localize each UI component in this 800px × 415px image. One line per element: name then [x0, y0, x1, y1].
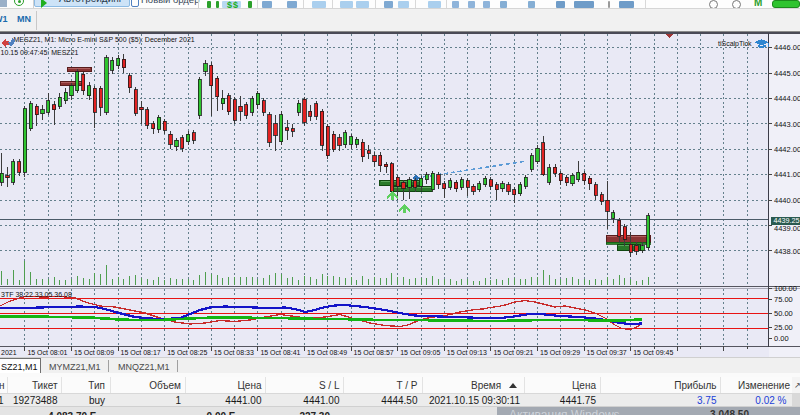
svg-text:50.00: 50.00 [774, 309, 793, 318]
svg-text:15 Oct 08:33: 15 Oct 08:33 [214, 349, 254, 356]
svg-text:15 Oct 09:29: 15 Oct 09:29 [540, 349, 580, 356]
svg-text:15 Oct 08:41: 15 Oct 08:41 [260, 349, 300, 356]
svg-text:MESZ21, M1: Micro E-mini S&P: MESZ21, M1: Micro E-mini S&P 500 ($5): D… [14, 36, 195, 44]
svg-text:15 Oct 08:25: 15 Oct 08:25 [167, 349, 207, 356]
svg-text:4441.00: 4441.00 [774, 170, 800, 179]
svg-text:15 Oct 08:49: 15 Oct 08:49 [307, 349, 347, 356]
svg-text:4444.00: 4444.00 [774, 94, 800, 103]
svg-text:75.00: 75.00 [774, 295, 793, 304]
svg-text:4439.25: 4439.25 [774, 216, 800, 225]
svg-text:15 Oct 09:21: 15 Oct 09:21 [493, 349, 533, 356]
svg-text:4445.00: 4445.00 [774, 69, 800, 78]
svg-text:15 Oct 08:17: 15 Oct 08:17 [121, 349, 161, 356]
svg-text:0.00: 0.00 [774, 334, 789, 343]
svg-text:15 Oct 09:05: 15 Oct 09:05 [400, 349, 440, 356]
svg-text:4442.00: 4442.00 [774, 145, 800, 154]
svg-text:10.15 09:47:45: MESZ21: 10.15 09:47:45: MESZ21 [1, 49, 79, 56]
svg-text:2021: 2021 [1, 349, 17, 356]
svg-text:4438.00: 4438.00 [774, 247, 800, 256]
svg-text:15 Oct 08:01: 15 Oct 08:01 [27, 349, 67, 356]
svg-text:15 Oct 09:45: 15 Oct 09:45 [633, 349, 673, 356]
svg-text:4443.00: 4443.00 [774, 120, 800, 129]
svg-text:15 Oct 09:37: 15 Oct 09:37 [587, 349, 627, 356]
svg-text:25.00: 25.00 [774, 323, 793, 332]
svg-text:4440.00: 4440.00 [774, 196, 800, 205]
svg-text:15 Oct 09:13: 15 Oct 09:13 [447, 349, 487, 356]
svg-text:tiScalpTick: tiScalpTick [718, 40, 752, 48]
svg-text:15 Oct 08:09: 15 Oct 08:09 [74, 349, 114, 356]
svg-text:3TF 38.22 33.05 36.08: 3TF 38.22 33.05 36.08 [1, 291, 72, 298]
svg-text:4446.00: 4446.00 [774, 43, 800, 52]
svg-text:100.00: 100.00 [774, 284, 797, 293]
svg-text:15 Oct 08:57: 15 Oct 08:57 [354, 349, 394, 356]
svg-text:4439.00: 4439.00 [774, 224, 800, 233]
